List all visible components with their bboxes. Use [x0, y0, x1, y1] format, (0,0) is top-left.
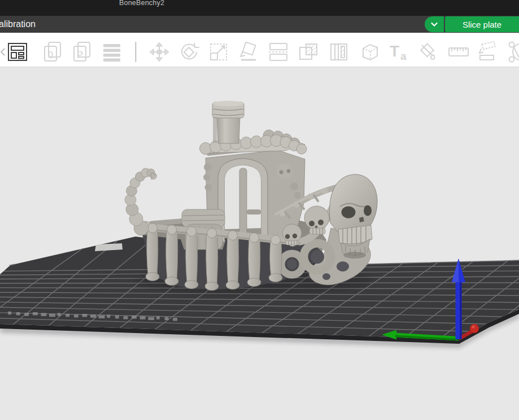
object-list-icon[interactable]: .tfill,.gfill{fill:#d3d3d3;}: [101, 41, 123, 63]
measure-icon[interactable]: .tfill,.gfill{fill:#d3d3d3;}: [448, 41, 469, 63]
scale-icon[interactable]: .tfill,.gfill{fill:#d3d3d3;}: [208, 41, 229, 63]
project-tab-title[interactable]: BoneBenchy2: [119, 0, 164, 7]
svg-text:a: a: [400, 50, 407, 62]
split-to-objects-icon[interactable]: .tfill,.gfill{fill:#d3d3d3;}: [268, 41, 289, 63]
plate-corner-mark: [489, 254, 511, 261]
plate-settings-icon[interactable]: .tfill,.gfill{fill:#3e3e3e;}: [7, 41, 28, 63]
color-paint-icon[interactable]: .tfill,.gfill{fill:#d3d3d3;}: [417, 41, 439, 63]
svg-text:P: P: [77, 50, 83, 60]
open-plate-p-icon[interactable]: .tfill,.gfill{fill:#d3d3d3;}P: [72, 41, 93, 63]
slice-plate-button[interactable]: Slice plate: [445, 16, 519, 32]
support-paint-icon[interactable]: .tfill,.gfill{fill:#d3d3d3;}: [477, 41, 499, 63]
toolbar-separator: [136, 42, 136, 62]
main-toolbar: .tfill,.gfill{fill:#3e3e3e;}.tfill,.gfil…: [0, 33, 519, 67]
text-tool-icon[interactable]: .tfill,.gfill{fill:#d3d3d3;}Ta: [389, 41, 410, 63]
slice-button-group: Slice plate: [425, 16, 519, 32]
svg-text:T: T: [390, 42, 399, 60]
model-bone-benchy[interactable]: [125, 101, 377, 291]
svg-text:0: 0: [48, 50, 53, 60]
seam-paint-icon[interactable]: .tfill,.gfill{fill:#d3d3d3;}: [508, 41, 519, 63]
collapse-panel-icon[interactable]: [0, 47, 6, 56]
split-to-parts-icon[interactable]: .tfill,.gfill{fill:#d3d3d3;}: [298, 41, 319, 63]
model-chimney: [212, 101, 244, 144]
mesh-edit-icon[interactable]: .tfill,.gfill{fill:#d3d3d3;}: [359, 41, 381, 63]
move-icon[interactable]: .tfill,.gfill{fill:#d3d3d3;}: [149, 41, 170, 63]
open-plate-0-icon[interactable]: .tfill,.gfill{fill:#d3d3d3;}0: [42, 41, 64, 63]
variable-layer-height-icon[interactable]: .tfill,.gfill{fill:#d3d3d3;}: [328, 41, 350, 63]
calibration-label[interactable]: alibration: [0, 19, 36, 29]
chevron-down-icon: [430, 20, 439, 29]
rotate-icon[interactable]: .tfill,.gfill{fill:#d3d3d3;}: [178, 41, 199, 63]
lay-on-face-icon[interactable]: .tfill,.gfill{fill:#d3d3d3;}: [238, 41, 259, 63]
nav-bar: alibration Slice plate: [0, 16, 519, 33]
slice-dropdown-button[interactable]: [425, 16, 444, 32]
tab-bar: BoneBenchy2: [0, 0, 519, 16]
